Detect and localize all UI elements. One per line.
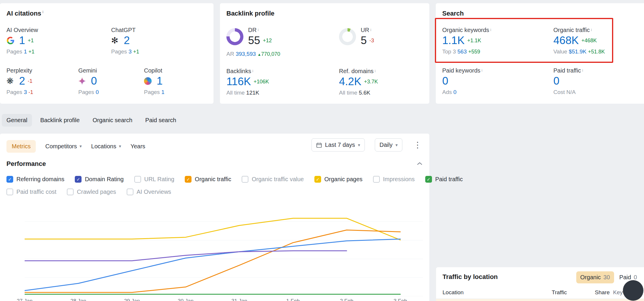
date-range-button[interactable]: Last 7 days▾ <box>311 138 365 152</box>
paid-keywords-value[interactable]: 0 <box>442 74 448 88</box>
chatgpt-count[interactable]: 2 <box>124 34 130 47</box>
organic-toggle-button[interactable]: Organic 30 <box>576 271 614 283</box>
metric-organic-traffic-value[interactable]: Organic traffic value <box>242 176 304 183</box>
tab-backlink-profile[interactable]: Backlink profile <box>35 114 84 127</box>
tab-organic-search[interactable]: Organic search <box>88 114 137 127</box>
more-options-button[interactable]: ⋮ <box>412 142 423 148</box>
metrics-filter-button[interactable]: Metrics <box>6 140 36 153</box>
metric-paid-traffic-cost[interactable]: Paid traffic cost <box>6 189 56 195</box>
info-icon[interactable]: i <box>490 28 491 32</box>
organic-keywords-value[interactable]: 1.1K <box>442 34 465 47</box>
metric-organic-pages[interactable]: Organic pages <box>314 176 362 183</box>
performance-chart[interactable] <box>25 203 423 296</box>
copilot-stat: Copilot 1 Pages 1 <box>144 67 165 95</box>
backlink-profile-title: Backlink profile <box>226 10 423 17</box>
info-icon[interactable]: i <box>258 28 259 32</box>
ai-overview-label: AI Overview <box>6 26 111 34</box>
search-row-1: Organic keywordsi 1.1K +1.1K Top 3 563 +… <box>442 26 638 55</box>
chevron-down-icon: ▾ <box>358 142 360 148</box>
metric-paid-traffic[interactable]: Paid traffic <box>425 176 463 183</box>
dr-change: +12 <box>263 38 272 44</box>
ai-overview-count[interactable]: 1 <box>19 34 25 47</box>
info-icon[interactable]: i <box>43 10 44 14</box>
organic-traffic-change: +468K <box>581 38 597 44</box>
info-icon[interactable]: i <box>482 68 482 73</box>
url-rating-donut-icon <box>339 28 356 45</box>
ads-row: Ads 0 <box>442 89 553 95</box>
info-icon[interactable]: i <box>370 28 371 32</box>
paid-keywords-label: Paid keywordsi <box>442 67 553 74</box>
info-icon[interactable]: i <box>252 69 253 73</box>
tab-general[interactable]: General <box>2 114 32 127</box>
search-title: Search <box>442 10 638 17</box>
domain-rating-stat: DRi 55 +12 AR 393,593 ▲770,070 <box>226 26 339 57</box>
chevron-down-icon: ▾ <box>119 144 121 149</box>
rating-row: DRi 55 +12 AR 393,593 ▲770,070 <box>226 26 423 57</box>
info-icon[interactable]: i <box>582 68 583 73</box>
chatgpt-pages: Pages 3 +1 <box>111 48 139 55</box>
perplexity-count[interactable]: 2 <box>19 74 25 88</box>
checkbox-icon <box>314 176 321 183</box>
chart-x-label: 31 Jan <box>228 298 251 301</box>
gemini-label: Gemini <box>78 67 144 74</box>
checkbox-icon <box>425 176 432 183</box>
checkbox-icon <box>127 189 133 195</box>
collapse-chevron-icon[interactable] <box>416 161 423 167</box>
chatgpt-label: ChatGPT <box>111 26 139 34</box>
metric-domain-rating[interactable]: Domain Rating <box>75 176 123 183</box>
backlink-profile-card: Backlink profile DRi 55 +12 AR 393,593 <box>220 3 429 104</box>
chart-x-label: 2 Feb <box>335 298 358 301</box>
years-filter-button[interactable]: Years <box>131 143 145 150</box>
gemini-pages: Pages 0 <box>78 89 144 95</box>
granularity-button[interactable]: Daily▾ <box>375 138 402 152</box>
copilot-count[interactable]: 1 <box>157 74 163 88</box>
tab-paid-search[interactable]: Paid search <box>140 114 181 127</box>
traffic-value-row: Value $51.9K +51.8K <box>553 48 605 55</box>
metric-url-rating[interactable]: URL Rating <box>134 176 174 183</box>
dr-value: 55 <box>248 34 260 47</box>
backlinks-stat: Backlinksi 116K +106K All time 121K <box>226 67 339 96</box>
chatgpt-icon: ✻ <box>111 36 121 45</box>
checkbox-icon <box>75 176 82 183</box>
overview-stat-cards: AI citationsi AI Overview 1 +1 <box>0 3 644 104</box>
performance-card: Metrics Competitors▾ Locations▾ Years La… <box>0 134 429 301</box>
gemini-count[interactable]: 0 <box>91 74 97 88</box>
info-icon[interactable]: i <box>375 69 376 73</box>
perplexity-change: -1 <box>28 78 33 84</box>
paid-traffic-value[interactable]: 0 <box>553 74 560 88</box>
info-icon[interactable]: i <box>591 28 592 32</box>
ref-domains-value[interactable]: 4.2K <box>339 75 361 88</box>
ur-label: URi <box>361 26 374 34</box>
organic-traffic-value[interactable]: 468K <box>553 34 579 47</box>
ai-overview-change: +1 <box>28 38 34 44</box>
backlinks-alltime: All time 121K <box>226 90 339 96</box>
location-row-south-korea[interactable]: South Korea 446.9K 95.5% 1K <box>436 299 644 301</box>
backlinks-label: Backlinksi <box>226 67 339 75</box>
ai-overview-stat: AI Overview 1 +1 Pages 1 <box>6 26 111 55</box>
paid-traffic-label: Paid traffici <box>553 67 583 74</box>
metric-organic-traffic[interactable]: Organic traffic <box>185 176 231 183</box>
metric-impressions[interactable]: Impressions <box>373 176 415 183</box>
cost-row: Cost N/A <box>553 89 583 95</box>
metric-referring-domains[interactable]: Referring domains <box>6 176 64 183</box>
chart-x-label: 30 Jan <box>174 298 197 301</box>
ref-domains-label: Ref. domainsi <box>339 67 423 75</box>
metric-ai-overviews[interactable]: AI Overviews <box>127 189 171 195</box>
filter-bar: Metrics Competitors▾ Locations▾ Years La… <box>0 134 429 153</box>
locations-filter-button[interactable]: Locations▾ <box>91 143 121 150</box>
metric-crawled-pages[interactable]: Crawled pages <box>67 189 116 195</box>
competitors-filter-button[interactable]: Competitors▾ <box>45 143 82 150</box>
ref-domains-stat: Ref. domainsi 4.2K +3.7K All time 5.6K <box>339 67 423 96</box>
right-column: Traffic by location Organic 30 Paid 0 Lo… <box>436 267 644 301</box>
checkbox-icon <box>6 189 13 195</box>
backlinks-row: Backlinksi 116K +106K All time 121K Ref.… <box>226 67 423 96</box>
chevron-down-icon: ▾ <box>79 144 82 149</box>
chat-widget-button[interactable] <box>623 280 643 301</box>
backlinks-value[interactable]: 116K <box>226 75 251 88</box>
gemini-icon <box>78 77 88 85</box>
checkbox-icon <box>6 176 13 183</box>
ai-citations-row-1: AI Overview 1 +1 Pages 1 <box>6 26 207 55</box>
overview-tabs: General Backlink profile Organic search … <box>2 114 181 127</box>
paid-keywords-stat: Paid keywordsi 0 Ads 0 <box>442 67 553 95</box>
copilot-pages: Pages 1 <box>144 89 165 95</box>
